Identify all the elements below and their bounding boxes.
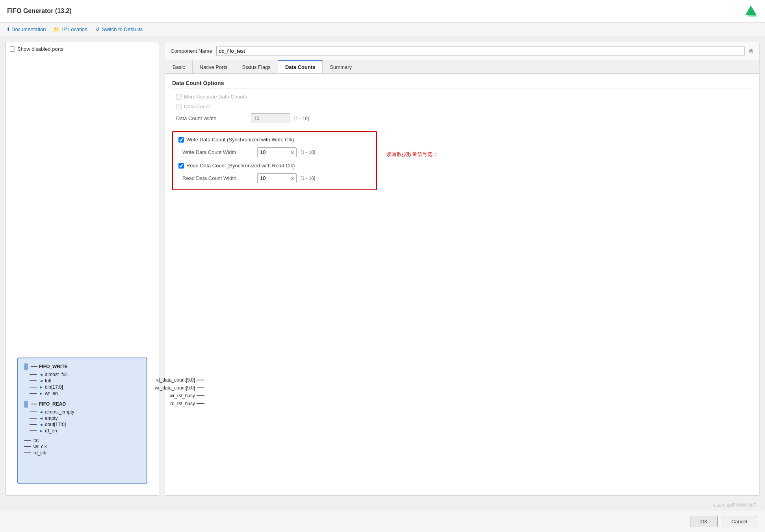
- write-data-count-width-range: [1 - 10]: [301, 150, 315, 155]
- main-content: Show disabled ports || FIFO_WRITE ◄: [0, 36, 765, 501]
- port-wr-en: ► wr_en: [24, 390, 143, 397]
- data-count-checkbox[interactable]: [176, 104, 182, 109]
- label-din: din[17:0]: [45, 384, 63, 390]
- tab-status-flags[interactable]: Status Flags: [235, 60, 278, 73]
- dash-rd-en: [30, 430, 37, 431]
- tab-content-data-counts: Data Count Options More Accurate Data Co…: [165, 74, 759, 495]
- fifo-read-section: || FIFO_READ ◄ almost_empty ◄ emp: [24, 400, 143, 434]
- arrow-full: ◄: [39, 378, 43, 383]
- label-empty: empty: [45, 415, 58, 421]
- ok-button[interactable]: OK: [691, 516, 718, 527]
- read-data-count-width-row: Read Data Count Width ⊗ [1 - 10]: [178, 173, 371, 183]
- bottom-ports: rst wr_clk rd_clk: [24, 437, 143, 456]
- dash-almost-full: [30, 374, 37, 375]
- app-logo: [744, 4, 758, 18]
- dash-almost-empty: [30, 412, 37, 412]
- component-name-clear-icon[interactable]: ⊗: [748, 47, 754, 55]
- info-icon: ℹ: [7, 26, 9, 33]
- fifo-write-section: || FIFO_WRITE ◄ almost_full ◄ ful: [24, 362, 143, 397]
- data-count-option-row: Data Count: [172, 104, 752, 109]
- data-count-width-row: Data Count Width [1 - 10]: [172, 113, 752, 123]
- more-accurate-label: More Accurate Data Counts: [184, 94, 247, 100]
- component-name-row: Component Name ⊗: [165, 42, 759, 60]
- label-full: full: [45, 378, 51, 384]
- read-data-count-width-field: ⊗: [257, 173, 297, 183]
- label-almost-full: almost_full: [45, 372, 67, 377]
- write-data-count-width-clear-icon[interactable]: ⊗: [290, 149, 295, 155]
- red-bordered-section: Write Data Count (Synchronized with Writ…: [172, 131, 377, 190]
- read-data-count-option-row: Read Data Count (Synchronized with Read …: [178, 163, 371, 169]
- write-data-count-label: Write Data Count (Synchronized with Writ…: [186, 137, 294, 143]
- show-disabled-ports-row: Show disabled ports: [10, 46, 155, 52]
- show-disabled-ports-label: Show disabled ports: [17, 46, 63, 52]
- tab-data-counts[interactable]: Data Counts: [278, 60, 323, 73]
- read-data-count-width-clear-icon[interactable]: ⊗: [290, 175, 295, 181]
- line-rd-data-count: [197, 380, 204, 380]
- dash-wr-clk: [24, 446, 31, 447]
- toolbar: ℹ Documentation 📁 IP Location ↺ Switch t…: [0, 22, 765, 36]
- signal-rd-data-count: rd_data_count[9:0]: [155, 377, 204, 383]
- write-data-count-width-row: Write Data Count Width ⊗ [1 - 10]: [178, 147, 371, 157]
- arrow-empty: ◄: [39, 416, 43, 421]
- tabs-row: Basic Native Ports Status Flags Data Cou…: [165, 60, 759, 74]
- more-accurate-checkbox[interactable]: [176, 94, 182, 100]
- bottom-bar: OK Cancel: [0, 511, 765, 532]
- switch-to-defaults-link[interactable]: ↺ Switch to Defaults: [95, 26, 143, 32]
- fifo-read-bar: ||: [24, 400, 28, 408]
- port-rd-en: ► rd_en: [24, 428, 143, 434]
- signal-wr-rst-busy: wr_rst_busy: [155, 393, 204, 399]
- line-wr-data-count: [197, 387, 204, 388]
- component-name-label: Component Name: [171, 48, 212, 54]
- port-dout: ◄ dout[17:0]: [24, 421, 143, 428]
- more-accurate-option-row: More Accurate Data Counts: [172, 94, 752, 100]
- write-data-count-checkbox[interactable]: [178, 137, 184, 143]
- arrow-almost-full: ◄: [39, 372, 43, 377]
- data-count-width-input[interactable]: [251, 113, 290, 123]
- port-almost-full: ◄ almost_full: [24, 371, 143, 378]
- ip-location-label: IP Location: [62, 26, 87, 32]
- write-data-count-width-label: Write Data Count Width: [182, 149, 253, 155]
- annotation-text: 读写数据数量信号选上: [386, 151, 438, 158]
- ip-location-link[interactable]: 📁 IP Location: [54, 26, 87, 32]
- dash-din: [30, 387, 37, 387]
- csdn-watermark: CSDN @爱奔跑的虎子: [713, 502, 757, 508]
- data-count-width-range: [1 - 10]: [294, 116, 309, 121]
- section-title-data-counts: Data Count Options: [172, 80, 752, 89]
- arrow-dout: ◄: [39, 422, 43, 427]
- fifo-read-header: || FIFO_READ: [24, 400, 143, 408]
- schematic-container: || FIFO_WRITE ◄ almost_full ◄ ful: [10, 56, 155, 491]
- right-panel: Component Name ⊗ Basic Native Ports Stat…: [165, 42, 759, 496]
- label-rst: rst: [33, 437, 39, 443]
- red-section-wrapper: Write Data Count (Synchronized with Writ…: [172, 127, 752, 194]
- dash-wr-en: [30, 393, 37, 394]
- switch-to-defaults-label: Switch to Defaults: [102, 26, 143, 32]
- arrow-wr-en: ►: [39, 391, 43, 396]
- dash-rd-clk: [24, 452, 31, 453]
- cancel-button[interactable]: Cancel: [722, 516, 757, 527]
- schematic-box: || FIFO_WRITE ◄ almost_full ◄ ful: [17, 358, 147, 484]
- dash-full: [30, 380, 37, 381]
- tab-summary[interactable]: Summary: [323, 60, 359, 73]
- tab-native-ports[interactable]: Native Ports: [193, 60, 235, 73]
- port-rst: rst: [24, 437, 143, 443]
- component-name-input[interactable]: [216, 46, 745, 56]
- fifo-write-label: FIFO_WRITE: [39, 364, 68, 369]
- label-wr-data-count: wr_data_count[9:0]: [155, 385, 195, 391]
- location-icon: 📁: [54, 26, 60, 32]
- data-count-label: Data Count: [184, 104, 210, 109]
- show-disabled-ports-checkbox[interactable]: [10, 46, 15, 52]
- fifo-write-header: || FIFO_WRITE: [24, 362, 143, 371]
- tab-basic[interactable]: Basic: [165, 60, 193, 73]
- dash-rst: [24, 440, 31, 441]
- arrow-din: ►: [39, 385, 43, 389]
- line-wr-rst-busy: [197, 395, 204, 396]
- data-count-width-label: Data Count Width: [176, 115, 247, 121]
- read-data-count-checkbox[interactable]: [178, 163, 184, 169]
- arrow-almost-empty: ◄: [39, 410, 43, 414]
- port-almost-empty: ◄ almost_empty: [24, 409, 143, 415]
- port-din: ► din[17:0]: [24, 384, 143, 390]
- port-rd-clk: rd_clk: [24, 450, 143, 456]
- title-bar: FIFO Generator (13.2): [0, 0, 765, 22]
- documentation-link[interactable]: ℹ Documentation: [7, 26, 46, 33]
- fifo-read-label: FIFO_READ: [39, 401, 66, 407]
